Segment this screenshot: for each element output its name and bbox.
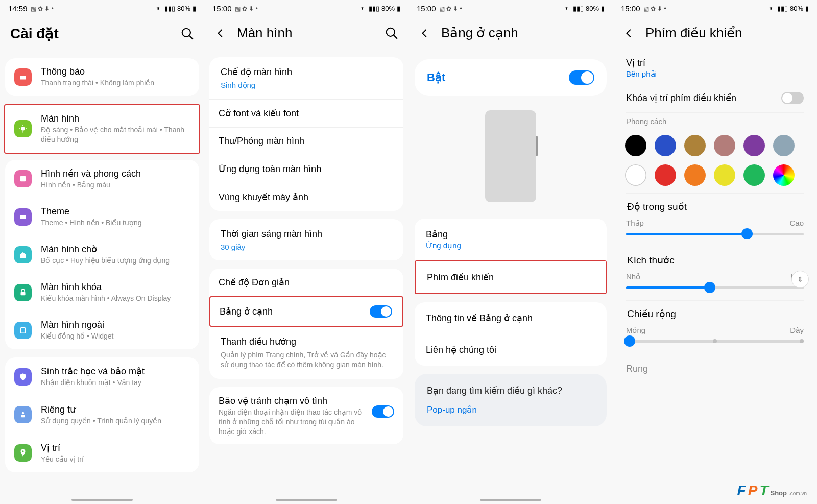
swatch-white[interactable] xyxy=(625,164,646,186)
status-icons-left: ▧ ✿ ⬇ • xyxy=(31,5,54,12)
swatch-green[interactable] xyxy=(743,164,765,186)
svg-rect-9 xyxy=(21,292,26,296)
search-icon[interactable] xyxy=(385,27,398,40)
search-icon[interactable] xyxy=(181,27,194,40)
back-button[interactable] xyxy=(214,27,227,39)
signal-icon: ▮▮▯ xyxy=(573,5,584,12)
watermark-domain: .com.vn xyxy=(789,491,807,496)
shield-icon xyxy=(14,368,32,386)
back-button[interactable] xyxy=(419,27,431,39)
item-value: 30 giây xyxy=(221,243,245,251)
home-indicator[interactable] xyxy=(276,499,337,501)
display-cutout-row[interactable]: Vùng khuyết máy ảnh xyxy=(209,183,403,211)
display-edgepanel-row[interactable]: Bảng ở cạnh xyxy=(210,297,402,326)
item-title: Theme xyxy=(41,206,190,217)
edge-enable-row[interactable]: Bật xyxy=(415,59,607,96)
item-title: Khóa vị trí phím điều khiển xyxy=(626,92,781,104)
settings-item-notifications[interactable]: Thông báo Thanh trạng thái • Không làm p… xyxy=(5,58,199,96)
home-indicator[interactable] xyxy=(480,499,541,501)
suggestion-box: Bạn đang tìm kiếm điều gì khác? Pop-up n… xyxy=(415,374,607,426)
expand-icon[interactable]: ⇕ xyxy=(791,271,809,288)
svg-rect-7 xyxy=(20,176,26,182)
status-icons-left: ▧ ✿ ⬇ • xyxy=(439,5,462,12)
battery-pct: 80% xyxy=(790,5,803,12)
handle-lock-row[interactable]: Khóa vị trí phím điều khiển xyxy=(615,84,815,112)
settings-item-home[interactable]: Màn hình chờ Bố cục • Huy hiệu biểu tượn… xyxy=(5,235,199,274)
item-title: Thông tin về Bảng ở cạnh xyxy=(426,313,595,324)
status-bar: 15:00 ▧ ✿ ⬇ • ᯤ ▮▮▯ 80% ▮ xyxy=(408,0,613,15)
wifi-icon: ᯤ xyxy=(564,5,571,12)
swatch-blue[interactable] xyxy=(655,135,676,156)
edge-contact-row[interactable]: Liên hệ chúng tôi xyxy=(415,334,607,366)
handle-lock-toggle[interactable] xyxy=(781,92,804,104)
page-title: Phím điều khiển xyxy=(645,25,742,41)
home-indicator[interactable] xyxy=(71,499,133,501)
item-title: Vị trí xyxy=(626,57,804,68)
vibrate-row[interactable]: Rung xyxy=(615,354,815,378)
swatch-custom[interactable] xyxy=(773,164,795,186)
swatch-olive[interactable] xyxy=(684,135,706,156)
width-slider[interactable] xyxy=(626,340,804,343)
settings-item-wallpaper[interactable]: Hình nền và phong cách Hình nền • Bảng m… xyxy=(5,160,199,198)
label-small: Nhỏ xyxy=(626,272,640,281)
highlight-handle: Phím điều khiển xyxy=(415,260,607,294)
svg-point-0 xyxy=(182,28,190,36)
item-value: Bên phải xyxy=(626,69,804,79)
edge-about-row[interactable]: Thông tin về Bảng ở cạnh xyxy=(415,302,607,334)
swatch-black[interactable] xyxy=(625,135,646,156)
handle-position-row[interactable]: Vị trí Bên phải xyxy=(615,57,815,84)
status-bar: 15:00 ▧ ✿ ⬇ • ᯤ ▮▮▯ 80% ▮ xyxy=(613,0,817,15)
back-button[interactable] xyxy=(623,27,635,39)
suggest-link[interactable]: Pop-up ngắn xyxy=(427,404,594,415)
swatch-slate[interactable] xyxy=(773,135,795,156)
swatch-rose[interactable] xyxy=(714,135,735,156)
transparency-title: Độ trong suốt xyxy=(626,201,804,212)
settings-item-location[interactable]: Vị trí Yêu cầu vị trí xyxy=(5,434,199,472)
item-title: Thời gian sáng màn hình xyxy=(221,228,322,239)
edge-panel-cfg[interactable]: Bảng Ứng dụng xyxy=(415,219,607,260)
bell-icon xyxy=(14,68,32,86)
style-label: Phong cách xyxy=(615,113,815,131)
edgepanel-toggle[interactable] xyxy=(370,305,392,318)
wifi-icon: ᯤ xyxy=(360,5,367,12)
privacy-icon xyxy=(14,406,32,423)
swatch-yellow[interactable] xyxy=(714,164,735,186)
settings-item-cover-screen[interactable]: Màn hình ngoài Kiểu đồng hồ • Widget xyxy=(5,311,199,349)
accidental-toggle[interactable] xyxy=(372,405,394,418)
swatch-red[interactable] xyxy=(655,164,676,186)
settings-item-biometrics[interactable]: Sinh trắc học và bảo mật Nhận diện khuôn… xyxy=(5,357,199,396)
display-timeout-row[interactable]: Thời gian sáng màn hình 30 giây xyxy=(209,219,403,260)
edge-handle-row[interactable]: Phím điều khiển xyxy=(416,261,606,293)
edge-handle-preview xyxy=(536,136,538,156)
display-easymode-row[interactable]: Chế độ Đơn giản xyxy=(209,269,403,296)
item-title: Bảng xyxy=(426,229,595,240)
settings-item-display[interactable]: Màn hình Độ sáng • Bảo vệ cho mắt thoải … xyxy=(5,105,199,153)
item-title: Màn hình ngoài xyxy=(41,320,190,330)
display-font-row[interactable]: Cỡ font và kiểu font xyxy=(209,100,403,127)
settings-item-theme[interactable]: Theme Theme • Hình nền • Biểu tượng xyxy=(5,198,199,236)
display-accidental-row[interactable]: Bảo vệ tránh chạm vô tình Ngăn điện thoạ… xyxy=(209,387,403,445)
edge-enable-toggle[interactable] xyxy=(569,70,594,85)
status-time: 14:59 xyxy=(8,4,28,13)
highlight-edge: Bảng ở cạnh xyxy=(209,296,403,327)
display-fullscreen-row[interactable]: Ứng dụng toàn màn hình xyxy=(209,155,403,183)
screen-settings: 14:59 ▧ ✿ ⬇ • ᯤ ▮▮▯ 80% ▮ Cài đặt Thông … xyxy=(0,0,204,504)
settings-item-privacy[interactable]: Riêng tư Sử dụng quyền • Trình quản lý q… xyxy=(5,396,199,434)
swatch-purple[interactable] xyxy=(743,135,765,156)
battery-icon: ▮ xyxy=(193,5,196,12)
item-sub: Kiểu khóa màn hình • Always On Display xyxy=(41,294,190,303)
transparency-slider[interactable] xyxy=(626,233,804,235)
settings-item-lockscreen[interactable]: Màn hình khóa Kiểu khóa màn hình • Alway… xyxy=(5,274,199,311)
status-icons-left: ▧ ✿ ⬇ • xyxy=(235,5,258,12)
highlight-display: Màn hình Độ sáng • Bảo vệ cho mắt thoải … xyxy=(4,104,200,154)
display-mode-row[interactable]: Chế độ màn hình Sinh động xyxy=(209,57,403,99)
battery-pct: 80% xyxy=(177,5,190,12)
swatch-orange[interactable] xyxy=(684,164,706,186)
item-title: Bảo vệ tránh chạm vô tình xyxy=(219,395,363,406)
status-icons-left: ▧ ✿ ⬇ • xyxy=(643,5,666,12)
display-navbar-row[interactable]: Thanh điều hướng Quản lý phím Trang chín… xyxy=(209,327,403,379)
page-title: Màn hình xyxy=(237,25,375,41)
battery-icon: ▮ xyxy=(601,5,605,12)
size-slider[interactable] xyxy=(626,286,804,289)
display-zoom-row[interactable]: Thu/Phóng màn hình xyxy=(209,128,403,155)
